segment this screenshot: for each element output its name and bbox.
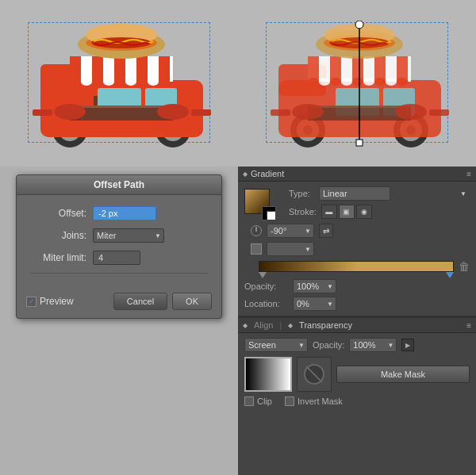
stroke-indicator xyxy=(267,211,276,220)
no-entry-icon xyxy=(303,363,325,385)
type-row: Type: Linear Radial ▼ xyxy=(289,186,470,201)
make-mask-button[interactable]: Make Mask xyxy=(336,366,470,383)
svg-rect-73 xyxy=(356,140,363,146)
stroke-btn-3[interactable]: ◉ xyxy=(356,205,372,219)
svg-point-17 xyxy=(103,78,114,86)
aspect-select-wrapper: ▼ xyxy=(267,242,314,256)
mask-thumbnail[interactable] xyxy=(244,357,292,392)
svg-point-55 xyxy=(363,78,374,86)
transparency-content: Screen Normal Multiply Overlay ▼ Opacity… xyxy=(238,333,476,411)
blend-select[interactable]: Screen Normal Multiply Overlay xyxy=(244,338,308,352)
gradient-stop-left[interactable] xyxy=(259,272,267,278)
gradient-bar-row: 🗑 xyxy=(244,260,470,273)
svg-point-33 xyxy=(157,104,189,120)
stroke-btn-2[interactable]: ▣ xyxy=(339,205,355,219)
clip-checkbox[interactable] xyxy=(244,396,254,406)
gradient-trash-icon[interactable]: 🗑 xyxy=(459,260,470,273)
aspect-select[interactable] xyxy=(267,242,314,256)
svg-point-51 xyxy=(319,78,330,86)
transparency-collapse-icon[interactable]: ◆ xyxy=(243,322,248,329)
gradient-panel-header: ◆ Gradient ≡ xyxy=(238,167,476,182)
stroke-btn-1[interactable]: ▬ xyxy=(321,205,337,219)
mask-options-row: Clip Invert Mask xyxy=(244,396,470,406)
gradient-bar-container xyxy=(259,261,454,272)
dialog-footer: ✓ Preview Cancel OK xyxy=(17,288,221,318)
svg-point-21 xyxy=(148,78,159,86)
svg-point-20 xyxy=(136,78,148,86)
svg-point-56 xyxy=(374,78,386,86)
trans-opacity-select[interactable]: 100% xyxy=(349,338,397,352)
svg-point-50 xyxy=(308,78,319,86)
gradient-title: Gradient xyxy=(251,169,284,178)
mask-stop-icon[interactable] xyxy=(297,357,332,392)
svg-rect-69 xyxy=(271,109,290,116)
svg-point-22 xyxy=(159,78,170,86)
separator: | xyxy=(279,321,282,330)
svg-point-16 xyxy=(92,78,103,86)
left-panel: Offset Path Offset: Joins: Miter Round B… xyxy=(0,167,238,475)
type-select-arrow: ▼ xyxy=(460,190,466,197)
reverse-btn[interactable]: ⇄ xyxy=(319,224,333,238)
preview-check[interactable]: ✓ Preview xyxy=(26,296,109,307)
ok-button[interactable]: OK xyxy=(172,293,212,310)
gradient-swatch-small[interactable] xyxy=(262,206,276,220)
clip-option: Clip xyxy=(244,396,272,406)
svg-point-32 xyxy=(54,104,86,120)
svg-rect-70 xyxy=(429,109,449,116)
offset-label: Offset: xyxy=(29,208,93,219)
gradient-stop-right[interactable] xyxy=(446,272,454,278)
joins-select[interactable]: Miter Round Bevel xyxy=(93,228,164,243)
svg-point-67 xyxy=(292,104,324,120)
type-select-wrapper: Linear Radial ▼ xyxy=(319,186,470,201)
gradient-controls: Type: Linear Radial ▼ Stroke: xyxy=(289,186,470,219)
svg-point-52 xyxy=(330,78,341,86)
transparency-menu-icon[interactable]: ≡ xyxy=(466,321,471,330)
canvas-area xyxy=(0,0,476,167)
preview-label: Preview xyxy=(40,296,74,307)
gradient-collapse-icon[interactable]: ◆ xyxy=(243,170,248,178)
joins-label: Joins: xyxy=(29,230,93,241)
transparency-opacity-label: Opacity: xyxy=(313,340,344,350)
cancel-button[interactable]: Cancel xyxy=(113,293,167,310)
swatch-container xyxy=(244,189,273,217)
angle-circle xyxy=(251,225,262,236)
location-row: Location: 0% ▼ xyxy=(244,297,470,311)
clip-label: Clip xyxy=(257,396,272,406)
angle-select-wrapper: -90° 0° 90° 180° ▼ xyxy=(267,224,314,238)
stroke-label: Stroke: xyxy=(289,207,317,216)
gradient-bar[interactable] xyxy=(259,261,454,272)
opacity-select-wrapper: 100% ▼ xyxy=(293,279,336,293)
transparency-header-left: ◆ Align | ◆ Transparency xyxy=(243,320,352,330)
right-panel: ◆ Gradient ≡ xyxy=(238,167,476,475)
invert-mask-label: Invert Mask xyxy=(298,396,343,406)
opacity-select[interactable]: 100% xyxy=(293,279,336,293)
align-label: Align xyxy=(254,320,273,330)
truck-svg-left xyxy=(26,21,217,147)
transparency-title-icon: ◆ xyxy=(288,322,293,329)
type-select[interactable]: Linear Radial xyxy=(319,186,390,201)
svg-point-18 xyxy=(114,78,125,86)
svg-point-58 xyxy=(397,78,408,86)
stroke-buttons: ▬ ▣ ◉ xyxy=(321,205,372,219)
svg-point-53 xyxy=(341,78,352,86)
dialog-divider xyxy=(29,273,209,274)
preview-checkbox[interactable]: ✓ xyxy=(26,297,36,307)
miter-input[interactable] xyxy=(93,251,140,265)
angle-select[interactable]: -90° 0° 90° 180° xyxy=(267,224,314,238)
svg-rect-27 xyxy=(70,105,173,108)
trans-opacity-select-wrapper: 100% ▼ xyxy=(349,338,397,352)
canvas-left xyxy=(0,0,238,167)
invert-mask-checkbox[interactable] xyxy=(285,396,294,406)
svg-point-68 xyxy=(395,104,427,120)
dialog-title: Offset Path xyxy=(17,175,221,195)
angle-row: -90° 0° 90° 180° ▼ ⇄ xyxy=(244,224,470,238)
bottom-area: Offset Path Offset: Joins: Miter Round B… xyxy=(0,167,476,475)
mask-row: Make Mask xyxy=(244,357,470,392)
svg-point-54 xyxy=(352,78,363,86)
stroke-row: Stroke: ▬ ▣ ◉ xyxy=(289,205,470,219)
location-select[interactable]: 0% xyxy=(293,297,336,311)
transparency-extra-btn[interactable]: ▶ xyxy=(401,339,414,351)
offset-input[interactable] xyxy=(93,206,156,220)
bar-spacer xyxy=(244,261,255,272)
gradient-menu-icon[interactable]: ≡ xyxy=(466,170,471,178)
